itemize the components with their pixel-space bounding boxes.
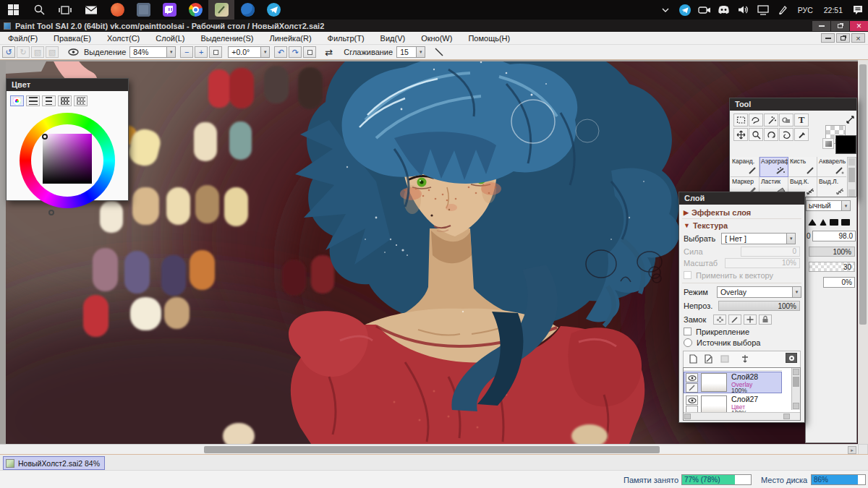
- brush-size-value[interactable]: 98.0: [812, 231, 856, 241]
- lock-transparency-button[interactable]: [713, 314, 726, 325]
- zoom-tool[interactable]: [749, 128, 763, 141]
- flip-canvas-button[interactable]: ⇄: [325, 47, 333, 58]
- zoom-in-button[interactable]: +: [195, 46, 208, 58]
- saturation-value-square[interactable]: [43, 134, 92, 184]
- new-folder-button[interactable]: [718, 353, 731, 364]
- swap-colors-button[interactable]: [846, 115, 855, 126]
- zoom-dropdown-button[interactable]: ▾: [166, 46, 176, 58]
- layer-scroll-down-button[interactable]: [793, 403, 799, 409]
- text-tool[interactable]: T: [794, 114, 809, 127]
- rotate-cw-button[interactable]: ↷: [289, 46, 302, 58]
- canvas-vscroll-thumb[interactable]: [859, 64, 867, 325]
- menu-view[interactable]: Вид(V): [373, 34, 414, 43]
- blend-mode-dropdown[interactable]: ▾: [792, 286, 801, 298]
- angle-input[interactable]: +0.0°: [228, 46, 261, 58]
- action-center-button[interactable]: [851, 3, 865, 17]
- layer-hscroll-right-button[interactable]: [783, 414, 790, 419]
- brush-min-size-slider[interactable]: 100%: [809, 247, 855, 257]
- task-view-button[interactable]: [52, 0, 78, 20]
- texture-select-value[interactable]: [ Нет ]: [721, 233, 787, 244]
- sai-app-button-active[interactable]: [208, 0, 234, 20]
- texture-strength-slider[interactable]: 0: [741, 247, 800, 257]
- menu-selection[interactable]: Выделение(S): [192, 34, 261, 43]
- menu-edit[interactable]: Правка(E): [46, 34, 99, 43]
- menu-file[interactable]: Файл(F): [0, 34, 46, 43]
- chrome-app-button[interactable]: [182, 0, 208, 20]
- selection-visibility-toggle[interactable]: [66, 45, 80, 59]
- color-mode-button[interactable]: [822, 138, 834, 149]
- color-wheel-tab[interactable]: [10, 95, 24, 106]
- gray-app-button[interactable]: [130, 0, 156, 20]
- tool-scroll-up-button[interactable]: [848, 158, 855, 166]
- undo-button[interactable]: ↺: [2, 46, 15, 58]
- lock-all-button[interactable]: [759, 314, 772, 325]
- menu-window[interactable]: Окно(W): [413, 34, 460, 43]
- clipping-group-checkbox[interactable]: [684, 328, 692, 335]
- layer28-visibility-toggle[interactable]: [686, 373, 698, 382]
- tool-brush[interactable]: Кисть: [788, 157, 817, 177]
- blend-mode-value[interactable]: Overlay: [717, 286, 793, 298]
- tool-watercolor[interactable]: Акварель: [817, 157, 846, 177]
- zoom-reset-button[interactable]: [209, 46, 222, 58]
- clock[interactable]: 22:51: [821, 6, 846, 14]
- brush-blend-dropdown-button[interactable]: ▾: [841, 200, 851, 211]
- flip-view-tool[interactable]: [779, 128, 793, 141]
- swatches-tab[interactable]: [74, 95, 88, 106]
- tray-chevron-button[interactable]: [658, 3, 673, 17]
- transform-layer-button[interactable]: [739, 353, 752, 364]
- layer-opacity-slider[interactable]: 100%: [718, 301, 800, 311]
- angle-dropdown-button[interactable]: ▾: [260, 46, 270, 58]
- zoom-input[interactable]: 84%: [129, 46, 167, 58]
- close-button[interactable]: ×: [850, 21, 868, 31]
- canvas-vscrollbar[interactable]: [858, 60, 868, 444]
- redo-button[interactable]: ↻: [17, 46, 30, 58]
- texture-section[interactable]: ▼Текстура: [684, 221, 800, 230]
- layer28-paint-indicator[interactable]: [686, 383, 698, 393]
- layer27-visibility-toggle[interactable]: [686, 395, 698, 405]
- doc-restore-button[interactable]: [836, 33, 850, 43]
- magic-wand-tool[interactable]: [764, 114, 778, 127]
- menu-layer[interactable]: Слой(L): [148, 34, 192, 43]
- new-layer-button[interactable]: [686, 353, 699, 364]
- tray-volume-button[interactable]: [736, 3, 751, 17]
- layer-list-hscrollbar[interactable]: [684, 412, 800, 420]
- tray-discord-button[interactable]: [717, 3, 731, 17]
- brush-extra-value[interactable]: 0%: [823, 277, 855, 288]
- telegram-app-button[interactable]: [260, 0, 286, 20]
- sv-cursor[interactable]: [42, 134, 48, 140]
- menu-help[interactable]: Помощь(H): [460, 34, 518, 43]
- layer-hscroll-left-button[interactable]: [684, 414, 691, 419]
- shape-move-tool[interactable]: [779, 114, 793, 127]
- eyedropper-tool[interactable]: [794, 128, 809, 141]
- start-button[interactable]: [0, 0, 26, 20]
- restore-button[interactable]: [831, 21, 849, 31]
- lasso-tool[interactable]: [749, 114, 763, 127]
- tray-video-button[interactable]: [697, 3, 712, 17]
- tool-list-scrollbar[interactable]: [847, 157, 856, 198]
- tool-scroll-down-button[interactable]: [848, 189, 855, 197]
- tool-selection-eraser[interactable]: Выд.Л.: [817, 177, 846, 197]
- layer-mask-button[interactable]: [786, 353, 797, 363]
- mixer-tab[interactable]: [58, 95, 72, 106]
- layer-scroll-thumb[interactable]: [793, 377, 799, 387]
- texture-scale-slider[interactable]: 10%: [725, 258, 800, 268]
- tool-pencil[interactable]: Каранд.: [731, 157, 760, 177]
- brush-shape-round-icon[interactable]: [820, 219, 827, 226]
- layer-row-partial-top[interactable]: [684, 367, 782, 371]
- smoothing-input[interactable]: 15: [396, 46, 417, 58]
- brush-shape-triangle-icon[interactable]: [808, 219, 817, 226]
- tool-airbrush[interactable]: Аэрограф: [760, 157, 788, 177]
- brush-density-slider[interactable]: 30: [809, 262, 855, 272]
- rgb-sliders-tab[interactable]: [26, 95, 40, 106]
- blue-app-button[interactable]: [234, 0, 260, 20]
- search-button[interactable]: [26, 0, 52, 20]
- apply-to-vector-checkbox[interactable]: [684, 271, 692, 279]
- document-tab[interactable]: НовыйХолст2.sai2 84%: [3, 456, 105, 470]
- selection-source-radio[interactable]: [684, 338, 692, 347]
- canvas-hscrollbar[interactable]: ▸: [0, 444, 858, 455]
- menu-filter[interactable]: Фильтр(T): [320, 34, 373, 43]
- rotate-reset-button[interactable]: [303, 46, 316, 58]
- move-tool[interactable]: [733, 128, 748, 141]
- language-indicator[interactable]: РУС: [795, 6, 816, 14]
- lock-move-button[interactable]: [744, 314, 757, 325]
